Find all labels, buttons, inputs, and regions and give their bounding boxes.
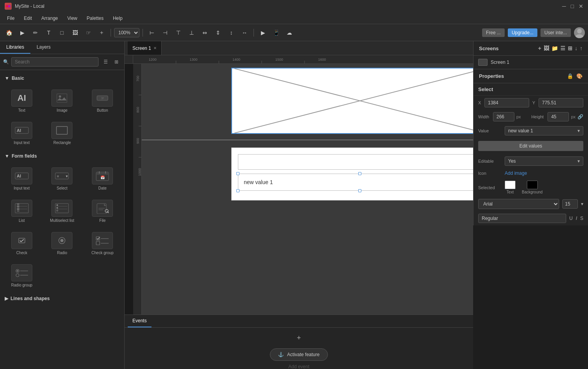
events-tab[interactable]: Events	[128, 315, 151, 327]
lock-icon[interactable]: 🔒	[567, 73, 573, 79]
menu-view[interactable]: View	[63, 14, 81, 23]
italic-btn[interactable]: I	[576, 216, 577, 221]
events-add-icon[interactable]: +	[297, 334, 301, 342]
component-check-group[interactable]: Check group	[84, 229, 121, 258]
free-plan-btn[interactable]: Free ...	[482, 28, 505, 37]
handle-tl[interactable]	[236, 172, 239, 175]
image-btn[interactable]: 🖼	[69, 27, 81, 38]
section-form-header[interactable]: ▼ Form fields	[3, 151, 121, 161]
value-select[interactable]: new value 1 ▾	[505, 126, 583, 135]
font-weight-input[interactable]	[478, 214, 566, 223]
canvas-image-element[interactable]	[231, 68, 473, 134]
screens-add-btn[interactable]: +	[538, 45, 541, 51]
palette-icon[interactable]: 🎨	[576, 73, 583, 79]
screen-item-1[interactable]: Screen 1	[474, 56, 588, 69]
section-basic-header[interactable]: ▼ Basic	[3, 73, 121, 83]
align-bottom-btn[interactable]: ↕	[225, 27, 237, 38]
y-input[interactable]	[539, 98, 583, 107]
font-size-dropdown[interactable]: ▾	[581, 201, 583, 207]
align-left-btn[interactable]: ⊢	[146, 27, 158, 38]
home-btn[interactable]: 🏠	[3, 27, 15, 38]
font-size-input[interactable]	[562, 199, 578, 209]
cloud-btn[interactable]: ☁	[283, 27, 295, 38]
screens-image-btn[interactable]: 🖼	[544, 45, 549, 51]
menu-edit[interactable]: Edit	[20, 14, 36, 23]
text-btn[interactable]: T	[43, 27, 55, 38]
search-input[interactable]	[11, 57, 99, 67]
component-text[interactable]: AI Text	[3, 86, 40, 116]
minimize-btn[interactable]: ─	[562, 3, 566, 9]
pen-btn[interactable]: ✏	[30, 27, 41, 38]
upgrade-btn[interactable]: Upgrade...	[508, 28, 537, 37]
menu-palettes[interactable]: Palettes	[83, 14, 107, 23]
section-lines-header[interactable]: ▶ Lines and shapes	[3, 293, 121, 304]
menu-file[interactable]: File	[3, 14, 18, 23]
list-view-btn[interactable]: ☰	[101, 57, 110, 67]
text-color-swatch[interactable]	[505, 181, 516, 189]
add-btn[interactable]: ＋	[96, 27, 107, 38]
screens-list-btn[interactable]: ☰	[560, 45, 565, 51]
component-image[interactable]: Image	[44, 86, 81, 116]
canvas-select-element[interactable]: new value 1 ▾	[238, 174, 473, 191]
font-family-select[interactable]: Arial Helvetica Times New Roman	[478, 199, 559, 209]
align-right-btn[interactable]: ⊤	[173, 27, 184, 38]
component-rectangle[interactable]: Rectangle	[44, 119, 81, 148]
bg-color-swatch[interactable]	[527, 181, 538, 189]
user-interface-btn[interactable]: User inte...	[540, 28, 571, 37]
grid-view-btn[interactable]: ⊞	[112, 57, 121, 67]
menu-help[interactable]: Help	[109, 14, 127, 23]
component-file[interactable]: File	[84, 197, 121, 226]
screens-up-btn[interactable]: ↑	[580, 45, 583, 51]
interact-btn[interactable]: ☞	[83, 27, 94, 38]
align-center-btn[interactable]: ⊣	[159, 27, 171, 38]
canvas-input-element[interactable]	[238, 154, 473, 170]
zoom-select[interactable]: 100% 50% 75% 150% 200%	[114, 28, 139, 37]
editable-select[interactable]: Yes ▾	[505, 156, 583, 166]
underline-btn[interactable]: U	[569, 216, 573, 221]
handle-tm[interactable]	[358, 172, 361, 175]
align-top-btn[interactable]: ⊥	[186, 27, 197, 38]
screens-grid-btn[interactable]: ⊞	[568, 45, 572, 51]
mobile-btn[interactable]: 📱	[270, 27, 282, 38]
width-input[interactable]	[493, 112, 514, 121]
user-avatar[interactable]	[574, 27, 585, 38]
select-btn[interactable]: ▶	[16, 27, 28, 38]
canvas-tab-close[interactable]: ✕	[153, 46, 157, 50]
maximize-btn[interactable]: □	[571, 3, 574, 9]
rect-btn[interactable]: □	[56, 27, 68, 38]
component-multiselect[interactable]: Multiselect list	[44, 197, 81, 226]
distribute-h-btn[interactable]: ⇔	[199, 27, 211, 38]
tab-layers[interactable]: Layers	[30, 41, 57, 54]
close-btn[interactable]: ✕	[579, 3, 583, 9]
height-input[interactable]	[548, 112, 569, 121]
window-controls[interactable]: ─ □ ✕	[562, 3, 583, 9]
component-button[interactable]: ☞ Button	[84, 86, 121, 116]
canvas-tab-screen1[interactable]: Screen 1 ✕	[128, 41, 162, 55]
play-btn[interactable]: ▶	[257, 27, 269, 38]
icon-value[interactable]: Add image	[505, 170, 527, 176]
activate-feature-btn[interactable]: ⚓ Activate feature	[270, 348, 327, 361]
handle-bl[interactable]	[236, 189, 239, 192]
tab-libraries[interactable]: Libraries	[0, 41, 30, 54]
component-input-text[interactable]: AI Input text	[3, 119, 40, 148]
component-date[interactable]: 📅 Date	[84, 164, 121, 193]
x-input[interactable]	[484, 98, 529, 107]
link-icon[interactable]: 🔗	[577, 114, 583, 119]
component-select[interactable]: ≡▾ Select	[44, 164, 81, 193]
canvas-form-container[interactable]: new value 1 ▾	[231, 148, 473, 200]
distribute-v-btn[interactable]: ⇕	[212, 27, 224, 38]
spacing-btn[interactable]: ↔	[239, 27, 250, 38]
screens-folder-btn[interactable]: 📁	[551, 45, 558, 51]
component-check[interactable]: Check	[3, 229, 40, 258]
edit-values-btn[interactable]: Edit values	[478, 141, 583, 151]
handle-bm[interactable]	[358, 189, 361, 192]
component-list[interactable]: ☰☰☰ List	[3, 197, 40, 226]
screens-down-btn[interactable]: ↓	[575, 45, 577, 51]
canvas-select-wrapper[interactable]: new value 1 ▾	[238, 174, 473, 191]
component-form-input[interactable]: AI Input text	[3, 164, 40, 193]
component-radio[interactable]: Radio	[44, 229, 81, 258]
menu-arrange[interactable]: Arrange	[37, 14, 62, 23]
strikethrough-btn[interactable]: S	[580, 216, 583, 221]
canvas-scroll[interactable]: new value 1 ▾	[142, 64, 473, 315]
component-radio-group[interactable]: Radio group	[3, 261, 40, 290]
